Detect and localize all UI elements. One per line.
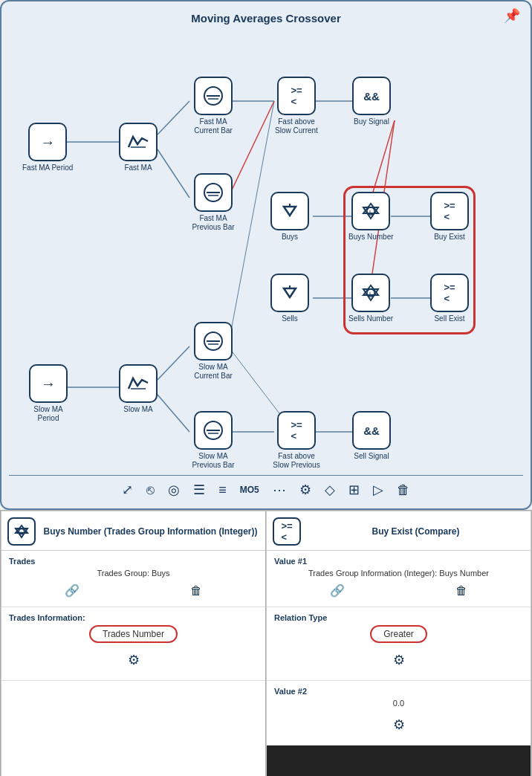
value2-gear-icon[interactable]: ⚙ bbox=[393, 717, 405, 733]
sells-box[interactable] bbox=[270, 274, 309, 312]
svg-line-2 bbox=[158, 149, 189, 198]
toolbar-align-icon[interactable]: ☰ bbox=[193, 482, 205, 498]
node-slow-ma-prev-bar[interactable]: Slow MA Previous Bar bbox=[187, 411, 239, 470]
slow-ma-prev-bar-box[interactable] bbox=[194, 411, 233, 450]
panel-buys-trades-icons: 🔗 🗑 bbox=[9, 581, 258, 601]
node-sells[interactable]: Sells bbox=[270, 274, 309, 323]
fast-ma-prev-bar-box[interactable] bbox=[194, 173, 233, 212]
toolbar-align2-icon[interactable]: ≡ bbox=[218, 482, 227, 498]
buy-exist-box[interactable]: >=< bbox=[430, 192, 469, 230]
buys-box[interactable] bbox=[270, 192, 309, 230]
node-fast-above-slow-prev[interactable]: >=< Fast above Slow Previous bbox=[270, 411, 322, 470]
fast-ma-current-bar-box[interactable] bbox=[194, 77, 233, 115]
svg-text:i: i bbox=[369, 291, 371, 297]
toolbar-play-icon[interactable]: ▷ bbox=[373, 482, 383, 498]
svg-line-16 bbox=[372, 120, 395, 197]
node-buy-exist[interactable]: >=< Buy Exist bbox=[430, 192, 469, 242]
node-slow-ma-current-bar[interactable]: Slow MA Current Bar bbox=[187, 322, 239, 381]
node-sell-signal[interactable]: && Sell Signal bbox=[352, 411, 391, 461]
fast-ma-prev-bar-label: Fast MA Previous Bar bbox=[187, 214, 239, 232]
toolbar-diamond-icon[interactable]: ◇ bbox=[325, 482, 335, 498]
fast-ma-current-bar-label: Fast MA Current Bar bbox=[187, 117, 239, 135]
node-fast-ma[interactable]: Fast MA bbox=[119, 123, 158, 172]
buy-exist-label: Buy Exist bbox=[434, 233, 465, 242]
toolbar-layout-icon[interactable]: ⊞ bbox=[348, 482, 360, 498]
svg-text:i: i bbox=[21, 530, 22, 534]
slow-ma-period-box[interactable]: → bbox=[29, 364, 68, 403]
slow-ma-box[interactable] bbox=[119, 364, 158, 403]
flow-canvas: → Fast MA Period Fast MA Fast MA Current… bbox=[9, 33, 523, 472]
node-buy-signal[interactable]: && Buy Signal bbox=[352, 77, 391, 126]
diagram-toolbar: ⤢ ⎋ ◎ ☰ ≡ MO5 ⋯ ⚙ ◇ ⊞ ▷ 🗑 bbox=[9, 475, 523, 501]
sell-exist-label: Sell Exist bbox=[434, 314, 464, 323]
panel-buy-exist-header: >=< Buy Exist (Compare) bbox=[267, 511, 531, 551]
panel-buy-exist-value1-icons: 🔗 🗑 bbox=[274, 581, 523, 601]
fast-ma-period-label: Fast MA Period bbox=[22, 164, 73, 172]
toolbar-undo-icon[interactable]: ⤢ bbox=[122, 482, 133, 498]
svg-line-10 bbox=[158, 346, 189, 380]
node-fast-ma-prev-bar[interactable]: Fast MA Previous Bar bbox=[187, 173, 239, 232]
value1-link-icon[interactable]: 🔗 bbox=[330, 583, 345, 598]
panel-buys-info-icons: ⚙ bbox=[9, 646, 258, 674]
slow-ma-current-bar-label: Slow MA Current Bar bbox=[187, 363, 239, 381]
toolbar-mo5-icon[interactable]: MO5 bbox=[240, 485, 259, 495]
fast-above-slow-current-box[interactable]: >=< bbox=[277, 77, 316, 115]
node-fast-ma-period[interactable]: → Fast MA Period bbox=[22, 123, 73, 172]
node-slow-ma-period[interactable]: → Slow MA Period bbox=[22, 364, 74, 423]
pin-icon[interactable]: 📌 bbox=[504, 7, 520, 24]
relation-gear-icon[interactable]: ⚙ bbox=[393, 652, 405, 668]
fast-above-slow-current-label: Fast above Slow Current bbox=[270, 117, 322, 135]
toolbar-refresh-icon[interactable]: ◎ bbox=[168, 482, 180, 498]
node-fast-ma-current-bar[interactable]: Fast MA Current Bar bbox=[187, 77, 239, 135]
buys-number-box[interactable]: i bbox=[351, 192, 390, 230]
fast-above-slow-prev-box[interactable]: >=< bbox=[277, 411, 316, 450]
panel-buy-exist-relation-icons: ⚙ bbox=[274, 646, 523, 674]
node-buys-number[interactable]: i Buys Number bbox=[348, 192, 394, 242]
panel-buys-number-title: Buys Number (Trades Group Information (I… bbox=[42, 526, 259, 537]
panel-buys-info-title: Trades Information: bbox=[9, 613, 258, 622]
slow-ma-prev-bar-label: Slow MA Previous Bar bbox=[187, 452, 239, 470]
buy-signal-box[interactable]: && bbox=[352, 77, 391, 115]
sell-signal-label: Sell Signal bbox=[354, 452, 389, 461]
toolbar-grid-icon[interactable]: ⋯ bbox=[273, 482, 286, 498]
value1-delete-icon[interactable]: 🗑 bbox=[455, 584, 467, 598]
sells-label: Sells bbox=[282, 314, 298, 323]
sell-exist-box[interactable]: >=< bbox=[430, 274, 469, 312]
buys-info-gear-icon[interactable]: ⚙ bbox=[128, 652, 140, 668]
fast-above-slow-prev-label: Fast above Slow Previous bbox=[270, 452, 322, 470]
node-sells-number[interactable]: i Sells Number bbox=[348, 274, 393, 323]
sell-signal-box[interactable]: && bbox=[352, 411, 391, 450]
fast-ma-period-box[interactable]: → bbox=[28, 123, 67, 161]
diagram-title: Moving Averages Crossover bbox=[9, 9, 523, 28]
svg-line-1 bbox=[158, 101, 189, 135]
sells-number-box[interactable]: i bbox=[351, 274, 390, 312]
buys-label: Buys bbox=[282, 233, 298, 242]
fast-ma-label: Fast MA bbox=[124, 164, 152, 172]
panel-buys-info-section: Trades Information: Trades Number ⚙ bbox=[1, 607, 265, 681]
node-fast-above-slow-current[interactable]: >=< Fast above Slow Current bbox=[270, 77, 322, 135]
toolbar-delete-icon[interactable]: 🗑 bbox=[397, 482, 410, 498]
node-buys[interactable]: Buys bbox=[270, 192, 309, 242]
node-slow-ma[interactable]: Slow MA bbox=[119, 364, 158, 414]
panel-buy-exist-relation-title: Relation Type bbox=[274, 613, 523, 622]
toolbar-export-icon[interactable]: ⎋ bbox=[146, 482, 155, 498]
connections-svg bbox=[9, 33, 523, 472]
panel-black-area bbox=[267, 746, 531, 776]
panel-buy-exist-value1-title: Value #1 bbox=[274, 557, 523, 566]
slow-ma-current-bar-box[interactable] bbox=[194, 322, 233, 360]
trades-link-icon[interactable]: 🔗 bbox=[65, 583, 80, 598]
trades-delete-icon[interactable]: 🗑 bbox=[190, 584, 202, 598]
panel-buys-trades-title: Trades bbox=[9, 557, 258, 566]
fast-ma-box[interactable] bbox=[119, 123, 158, 161]
panel-buys-trades-value: Trades Group: Buys bbox=[9, 569, 258, 578]
node-sell-exist[interactable]: >=< Sell Exist bbox=[430, 274, 469, 323]
panel-buy-exist-value2-icons: ⚙ bbox=[274, 711, 523, 739]
svg-marker-32 bbox=[284, 288, 296, 297]
trades-number-badge: Trades Number bbox=[89, 625, 178, 643]
panel-buy-exist-value1-value: Trades Group Information (Integer): Buys… bbox=[274, 569, 523, 578]
toolbar-settings-icon[interactable]: ⚙ bbox=[299, 482, 311, 498]
panel-buys-trades-section: Trades Trades Group: Buys 🔗 🗑 bbox=[1, 551, 265, 607]
bottom-panels: i Buys Number (Trades Group Information … bbox=[0, 510, 532, 776]
panel-buy-exist-relation-section: Relation Type Greater ⚙ bbox=[267, 607, 531, 681]
relation-type-badge: Greater bbox=[370, 625, 427, 643]
